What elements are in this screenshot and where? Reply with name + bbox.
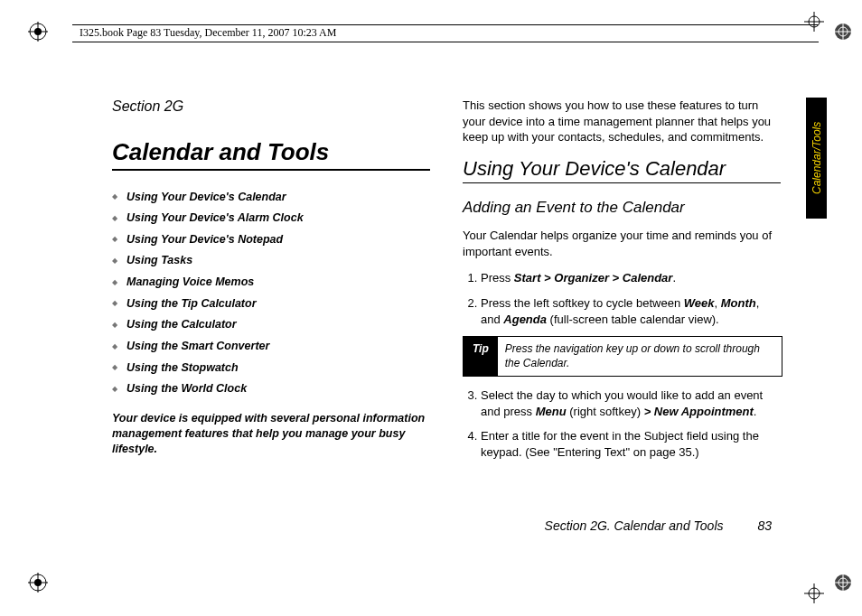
step-text: Enter a title for the event in the Subje… [481, 429, 759, 459]
tip-text: Press the navigation key up or down to s… [498, 337, 782, 376]
toc-item: Using the Tip Calculator [112, 297, 430, 312]
step-text: . [672, 271, 676, 285]
tip-label: Tip [464, 337, 498, 376]
heading-2: Using Your Device's Calendar [463, 156, 781, 184]
toc-list: Using Your Device's Calendar Using Your … [112, 191, 430, 397]
step-text: , [714, 296, 720, 310]
step-list: Press Start > Organizer > Calendar. Pres… [463, 270, 781, 327]
step-text: . [754, 405, 757, 418]
footer-text: Section 2G. Calendar and Tools [545, 518, 724, 533]
step-2: Press the left softkey to cycle between … [481, 295, 781, 327]
step-1: Press Start > Organizer > Calendar. [481, 270, 781, 286]
step-text: (right softkey) [567, 405, 644, 418]
section-label: Section 2G [112, 98, 430, 116]
svg-point-3 [34, 28, 42, 35]
step-bold: Agenda [503, 313, 547, 326]
crosshair-bottom-icon [804, 583, 824, 603]
body-paragraph: Your Calendar helps organize your time a… [463, 228, 781, 259]
toc-item: Using Tasks [112, 254, 430, 268]
page-number: 83 [757, 518, 772, 533]
page-title: Calendar and Tools [112, 137, 430, 171]
step-bold: Start > Organizer > Calendar [514, 271, 673, 285]
toc-item: Using the World Clock [112, 382, 430, 397]
crop-line-bottom [72, 42, 819, 42]
toc-item: Using Your Device's Alarm Clock [112, 211, 430, 226]
step-text: Press the left softkey to cycle between [481, 296, 684, 310]
toc-item: Using the Smart Converter [112, 340, 430, 354]
section-intro: This section shows you how to use these … [463, 98, 781, 145]
toc-item: Using the Stopwatch [112, 361, 430, 376]
crosshair-top-icon [804, 12, 824, 32]
crop-header-text: I325.book Page 83 Tuesday, December 11, … [80, 26, 336, 40]
toc-item: Using Your Device's Calendar [112, 191, 430, 205]
heading-3: Adding an Event to the Calendar [463, 198, 781, 217]
page: I325.book Page 83 Tuesday, December 11, … [0, 0, 862, 616]
toc-item: Using the Calculator [112, 318, 430, 332]
tip-box: Tip Press the navigation key up or down … [463, 336, 782, 377]
reg-mark-tl-icon [28, 22, 48, 42]
right-column: This section shows you how to use these … [463, 98, 781, 508]
step-bold: Menu [536, 405, 567, 418]
svg-point-11 [34, 579, 42, 586]
reg-mark-tr-icon [833, 22, 853, 42]
section-tab-label: Calendar/Tools [810, 122, 823, 194]
step-text: (full-screen table calendar view). [547, 313, 719, 326]
content-area: Section 2G Calendar and Tools Using Your… [112, 98, 781, 508]
intro-text: Your device is equipped with several per… [112, 411, 430, 457]
step-bold: > New Appointment [644, 405, 754, 418]
reg-mark-br-icon [833, 573, 853, 593]
step-4: Enter a title for the event in the Subje… [481, 428, 781, 460]
step-3: Select the day to which you would like t… [481, 387, 781, 419]
step-text: Press [481, 271, 514, 285]
step-bold: Week [684, 296, 715, 310]
toc-item: Managing Voice Memos [112, 275, 430, 290]
step-bold: Month [721, 296, 756, 310]
crop-line-top [72, 24, 819, 25]
reg-mark-bl-icon [28, 573, 48, 593]
section-tab: Calendar/Tools [806, 98, 827, 219]
left-column: Section 2G Calendar and Tools Using Your… [112, 98, 430, 508]
step-list-cont: Select the day to which you would like t… [463, 387, 781, 460]
toc-item: Using Your Device's Notepad [112, 233, 430, 247]
page-footer: Section 2G. Calendar and Tools 83 [0, 518, 772, 533]
